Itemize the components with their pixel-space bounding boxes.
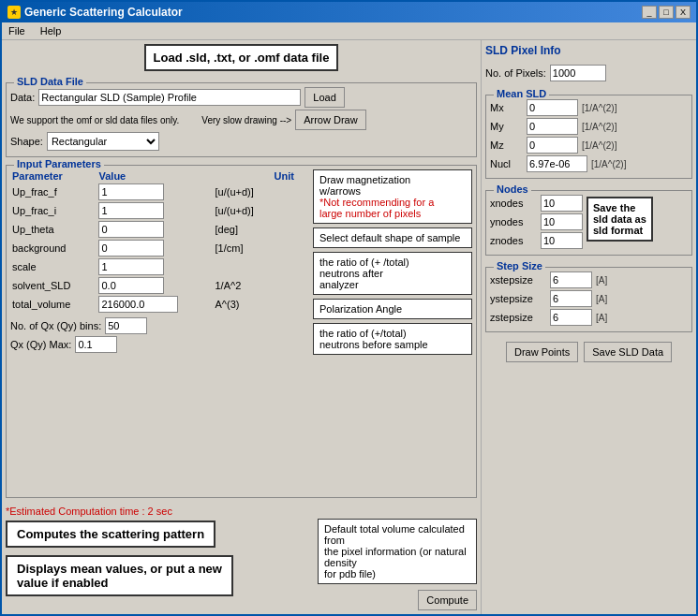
xstep-input[interactable] xyxy=(550,271,592,288)
param-value-cell xyxy=(97,276,213,295)
param-input[interactable] xyxy=(98,258,164,275)
main-window: ★ Generic Scattering Calculator _ □ X Fi… xyxy=(0,0,698,616)
param-input[interactable] xyxy=(98,221,164,238)
right-panel: SLD Pixel Info No. of Pixels: Mean SLD M… xyxy=(481,40,696,614)
param-value-cell xyxy=(97,183,213,201)
draw-magnetization-text: Draw magnetization w/arrows *Not recomme… xyxy=(319,174,466,219)
window-icon: ★ xyxy=(7,6,21,19)
param-value-cell xyxy=(97,257,213,276)
maximize-button[interactable]: □ xyxy=(659,6,674,19)
callout-column: Draw magnetization w/arrows *Not recomme… xyxy=(313,169,472,355)
volume-callout-area: Default total volume calculated fromthe … xyxy=(318,519,477,610)
select-shape-callout: Select default shape of sample xyxy=(313,227,472,248)
param-unit: A^(3) xyxy=(214,295,273,314)
mean-sld-label: Mean SLD xyxy=(494,88,549,99)
znodes-label: znodes xyxy=(490,235,537,246)
ynodes-label: ynodes xyxy=(490,216,537,227)
xstep-unit: [A] xyxy=(596,275,607,286)
shape-select[interactable]: Rectangular Cylindrical Sphere xyxy=(47,132,159,151)
q-max-label: Qx (Qy) Max: xyxy=(10,339,71,350)
bottom-row: Computes the scattering pattern Displays… xyxy=(6,519,477,610)
ynodes-row: ynodes xyxy=(490,213,583,230)
data-input[interactable] xyxy=(38,89,301,106)
table-row: Up_frac_f [u/(u+d)] xyxy=(10,183,305,201)
mx-label: Mx xyxy=(490,102,523,113)
save-sld-data-button[interactable]: Save SLD Data xyxy=(584,342,672,362)
window-title: Generic Scattering Calculator xyxy=(24,6,183,19)
mz-unit: [1/A^(2)] xyxy=(582,140,616,151)
minimize-button[interactable]: _ xyxy=(642,6,657,19)
ystep-row: ystepsize [A] xyxy=(490,290,688,307)
param-unit: 1/A^2 xyxy=(214,276,273,295)
param-value-cell xyxy=(97,239,213,257)
ystep-input[interactable] xyxy=(550,290,592,307)
mx-row: Mx [1/A^(2)] xyxy=(490,99,688,116)
title-bar-left: ★ Generic Scattering Calculator xyxy=(7,6,183,19)
draw-points-button[interactable]: Draw Points xyxy=(506,342,578,362)
param-name: Up_frac_f xyxy=(10,183,97,201)
load-button[interactable]: Load xyxy=(304,87,344,108)
table-row: scale xyxy=(10,257,305,276)
param-name: Up_theta xyxy=(10,220,97,239)
col-value: Value xyxy=(97,169,213,183)
bottom-left: Computes the scattering pattern Displays… xyxy=(6,519,310,596)
param-input[interactable] xyxy=(98,183,164,200)
close-button[interactable]: X xyxy=(676,6,691,19)
q-bins-input[interactable] xyxy=(105,317,147,334)
ynodes-input[interactable] xyxy=(541,213,583,230)
title-buttons: _ □ X xyxy=(642,6,691,19)
title-bar: ★ Generic Scattering Calculator _ □ X xyxy=(2,2,696,22)
param-input[interactable] xyxy=(98,240,164,257)
arrow-draw-text: Very slow drawing --> xyxy=(201,115,291,125)
data-label: Data: xyxy=(10,92,35,103)
mx-input[interactable] xyxy=(527,99,578,116)
menu-help[interactable]: Help xyxy=(37,24,65,37)
my-input[interactable] xyxy=(527,118,578,135)
step-size-label: Step Size xyxy=(494,260,545,271)
xstep-label: xstepsize xyxy=(490,274,546,286)
param-name: Up_frac_i xyxy=(10,201,97,220)
nodes-label: Nodes xyxy=(494,183,531,195)
compute-button[interactable]: Compute xyxy=(418,590,477,610)
arrow-draw-button[interactable]: Arrow Draw xyxy=(295,110,365,130)
q-max-input[interactable] xyxy=(75,336,117,353)
menu-file[interactable]: File xyxy=(6,24,28,37)
col-parameter: Parameter xyxy=(10,169,97,183)
input-params-group: Input Parameters Parameter Value Unit xyxy=(6,165,477,498)
select-shape-text: Select default shape of sample xyxy=(319,232,460,243)
no-pixels-input[interactable] xyxy=(550,65,606,81)
draw-magnetization-callout: Draw magnetization w/arrows *Not recomme… xyxy=(313,169,472,224)
xnodes-label: xnodes xyxy=(490,198,537,209)
mz-row: Mz [1/A^(2)] xyxy=(490,137,688,154)
znodes-input[interactable] xyxy=(541,232,583,249)
ratio-after-callout: the ratio of (+ /total)neutrons afterana… xyxy=(313,252,472,295)
param-value-cell xyxy=(97,220,213,239)
sld-data-file-group: SLD Data File Data: Load We support the … xyxy=(6,82,477,157)
param-unit: [u/(u+d)] xyxy=(214,183,273,201)
data-row: Data: Load xyxy=(10,87,472,108)
bottom-buttons: Draw Points Save SLD Data xyxy=(485,342,692,362)
ystep-label: ystepsize xyxy=(490,293,546,304)
estimated-time: *Estimated Computation time : 2 sec xyxy=(6,506,477,517)
sld-data-file-label: SLD Data File xyxy=(14,76,86,87)
xnodes-input[interactable] xyxy=(541,195,583,212)
q-bins-row: No. of Qx (Qy) bins: xyxy=(10,317,305,334)
compute-button-area: Compute xyxy=(318,590,477,610)
mean-sld-group: Mean SLD Mx [1/A^(2)] My [1/A^(2)] Mz [1… xyxy=(485,95,692,179)
param-input[interactable] xyxy=(98,277,164,294)
main-content: Load .sld, .txt, or .omf data file SLD D… xyxy=(2,40,696,614)
q-bins-label: No. of Qx (Qy) bins: xyxy=(10,320,101,331)
ratio-before-callout: the ratio of (+/total)neutrons before sa… xyxy=(313,323,472,355)
mz-input[interactable] xyxy=(527,137,578,154)
param-name: total_volume xyxy=(10,295,97,314)
zstep-row: zstepsize [A] xyxy=(490,309,688,326)
nucl-unit: [1/A^(2)] xyxy=(591,159,626,169)
param-input[interactable] xyxy=(98,296,178,313)
param-input[interactable] xyxy=(98,202,164,219)
nucl-input[interactable] xyxy=(527,155,587,172)
col-unit: Unit xyxy=(273,169,305,183)
param-table-container: Parameter Value Unit Up_frac_f xyxy=(10,169,305,355)
zstep-input[interactable] xyxy=(550,309,592,326)
volume-text: Default total volume calculated fromthe … xyxy=(324,523,467,579)
nodes-content: xnodes ynodes znodes Save th xyxy=(490,195,688,251)
